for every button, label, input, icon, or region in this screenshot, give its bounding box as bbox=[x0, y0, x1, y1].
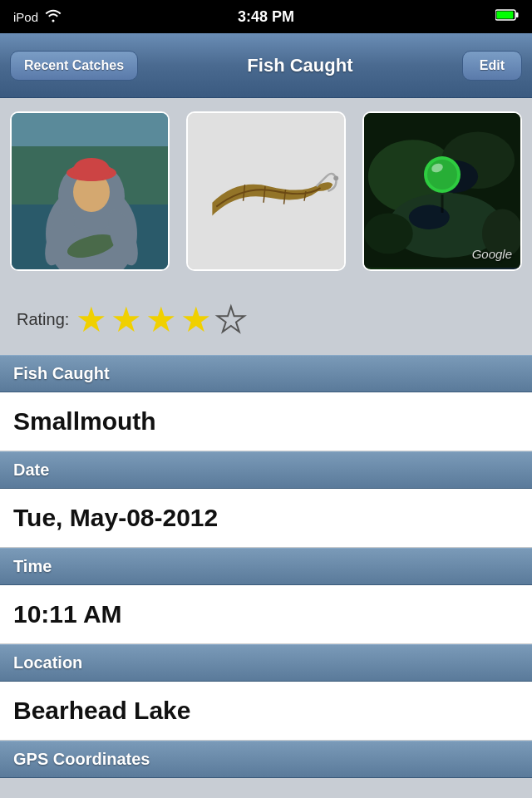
svg-point-30 bbox=[427, 160, 457, 190]
svg-point-10 bbox=[73, 158, 110, 181]
location-header: Location bbox=[0, 644, 532, 682]
date-header-text: Date bbox=[13, 461, 49, 479]
gps-header-text: GPS Coordinates bbox=[13, 750, 150, 768]
edit-button[interactable]: Edit bbox=[462, 51, 522, 81]
date-header: Date bbox=[0, 451, 532, 489]
svg-point-15 bbox=[333, 175, 338, 180]
content-area: Google Rating: ★ ★ ★ ★ ★ Fish Caught Sma… bbox=[0, 98, 532, 778]
photo-angler[interactable] bbox=[10, 111, 170, 271]
svg-rect-2 bbox=[497, 12, 514, 19]
fish-caught-value-text: Smallmouth bbox=[13, 407, 156, 435]
rating-row: Rating: ★ ★ ★ ★ ★ bbox=[0, 284, 532, 355]
time-value: 10:11 AM bbox=[0, 585, 532, 644]
status-left: iPod bbox=[13, 9, 62, 25]
fish-caught-header-text: Fish Caught bbox=[13, 364, 110, 382]
location-value: Bearhead Lake bbox=[0, 682, 532, 741]
nav-title: Fish Caught bbox=[138, 55, 462, 76]
device-label: iPod bbox=[13, 10, 38, 24]
time-value-text: 10:11 AM bbox=[13, 600, 122, 628]
location-header-text: Location bbox=[13, 653, 82, 672]
star-2[interactable]: ★ bbox=[111, 299, 142, 340]
star-3[interactable]: ★ bbox=[145, 299, 177, 340]
fish-caught-header: Fish Caught bbox=[0, 355, 532, 392]
status-time: 3:48 PM bbox=[238, 8, 294, 26]
star-5[interactable]: ★ bbox=[215, 299, 247, 340]
star-1[interactable]: ★ bbox=[76, 299, 107, 340]
photo-map[interactable]: Google bbox=[362, 111, 522, 271]
rating-label: Rating: bbox=[17, 310, 69, 329]
location-value-text: Bearhead Lake bbox=[13, 697, 190, 724]
back-button[interactable]: Recent Catches bbox=[10, 51, 138, 81]
time-header-text: Time bbox=[13, 557, 52, 575]
nav-bar: Recent Catches Fish Caught Edit bbox=[0, 33, 532, 98]
photo-lure[interactable] bbox=[186, 111, 346, 271]
battery-icon bbox=[495, 9, 519, 24]
gps-header: GPS Coordinates bbox=[0, 741, 532, 778]
date-value: Tue, May-08-2012 bbox=[0, 489, 532, 548]
star-4[interactable]: ★ bbox=[180, 299, 212, 340]
status-right bbox=[495, 9, 519, 24]
photos-row: Google bbox=[0, 98, 532, 284]
map-pin bbox=[422, 155, 462, 216]
fish-caught-value: Smallmouth bbox=[0, 392, 532, 451]
svg-point-24 bbox=[364, 213, 413, 254]
svg-rect-1 bbox=[516, 12, 519, 17]
google-watermark: Google bbox=[472, 247, 512, 261]
stars-container: ★ ★ ★ ★ ★ bbox=[76, 299, 247, 340]
wifi-icon bbox=[45, 9, 62, 25]
time-header: Time bbox=[0, 548, 532, 585]
status-bar: iPod 3:48 PM bbox=[0, 0, 532, 33]
date-value-text: Tue, May-08-2012 bbox=[13, 504, 218, 531]
